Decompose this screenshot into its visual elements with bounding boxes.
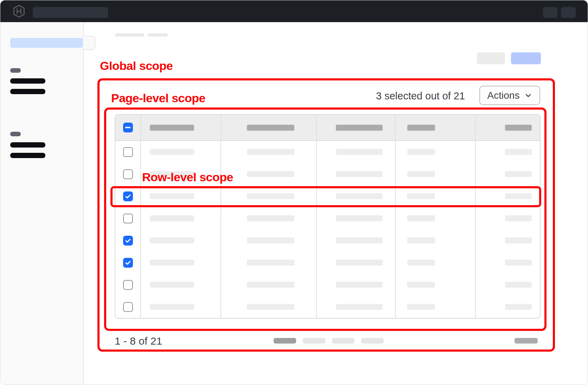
row-cell xyxy=(476,207,540,229)
cell-skeleton xyxy=(407,149,435,155)
pagination-pages xyxy=(274,338,384,344)
secondary-button-skeleton[interactable] xyxy=(477,52,505,64)
row-cell xyxy=(317,274,396,296)
cell-skeleton xyxy=(407,171,435,177)
cell-skeleton xyxy=(505,193,532,199)
row-cell xyxy=(396,163,476,185)
cell-skeleton xyxy=(247,237,294,243)
pagination-page-skeleton[interactable] xyxy=(332,338,354,344)
chevron-down-icon xyxy=(524,92,532,99)
row-cell xyxy=(221,229,317,252)
row-cell xyxy=(141,296,221,318)
row-scope-label: Row-level scope xyxy=(142,170,233,184)
row-cell-select xyxy=(115,163,141,185)
pagination-page-skeleton[interactable] xyxy=(303,338,325,344)
cell-skeleton xyxy=(247,193,294,199)
cell-skeleton xyxy=(247,282,294,288)
global-search-skeleton[interactable] xyxy=(33,7,108,18)
global-scope-label: Global scope xyxy=(100,59,173,72)
row-cell xyxy=(221,252,317,274)
cell-skeleton xyxy=(336,304,383,310)
row-cell xyxy=(396,296,476,318)
row-checkbox[interactable] xyxy=(123,147,133,157)
cell-skeleton xyxy=(407,304,435,310)
header-cell-select xyxy=(115,115,141,140)
table-row[interactable] xyxy=(115,274,540,296)
cell-skeleton xyxy=(150,237,194,243)
row-cell xyxy=(141,252,221,274)
row-checkbox[interactable] xyxy=(123,258,133,268)
table-header-row xyxy=(115,115,540,141)
pagination-page-skeleton[interactable] xyxy=(274,338,296,344)
sidebar-item-skeleton[interactable] xyxy=(10,153,45,158)
pagination-next-skeleton[interactable] xyxy=(514,338,538,344)
table-row[interactable] xyxy=(115,207,540,229)
row-checkbox[interactable] xyxy=(123,280,133,290)
row-cell xyxy=(221,141,317,163)
selection-summary: 3 selected out of 21 xyxy=(376,90,465,102)
sidebar-item-skeleton[interactable] xyxy=(10,78,45,84)
header-cell xyxy=(317,115,396,140)
row-cell xyxy=(221,185,317,207)
row-cell-select xyxy=(115,229,141,252)
row-checkbox[interactable] xyxy=(123,169,133,179)
breadcrumb-skeleton[interactable] xyxy=(148,33,168,37)
row-cell-select xyxy=(115,274,141,296)
sidebar-toggle-notch[interactable] xyxy=(83,36,95,50)
header-cell xyxy=(476,115,540,140)
row-cell xyxy=(317,185,396,207)
data-table xyxy=(115,114,541,319)
topbar-help-skeleton[interactable] xyxy=(543,7,557,18)
cell-skeleton xyxy=(407,260,435,266)
cell-skeleton xyxy=(150,304,194,310)
table-body xyxy=(115,141,540,318)
cell-skeleton xyxy=(336,149,383,155)
row-checkbox[interactable] xyxy=(123,302,133,312)
sidebar-item-skeleton[interactable] xyxy=(10,89,45,94)
row-cell xyxy=(141,207,221,229)
sidebar xyxy=(0,22,84,385)
row-cell xyxy=(317,229,396,252)
primary-button-skeleton[interactable] xyxy=(511,52,541,64)
cell-skeleton xyxy=(505,149,532,155)
table-row[interactable] xyxy=(115,141,540,163)
row-cell xyxy=(396,274,476,296)
row-checkbox[interactable] xyxy=(123,214,133,223)
cell-skeleton xyxy=(336,260,383,266)
row-cell-select xyxy=(115,296,141,318)
row-checkbox[interactable] xyxy=(123,236,133,246)
breadcrumb-skeleton[interactable] xyxy=(115,33,144,37)
table-row[interactable] xyxy=(115,185,540,207)
table-row[interactable] xyxy=(115,252,540,274)
row-cell xyxy=(141,141,221,163)
cell-skeleton xyxy=(505,304,532,310)
row-cell xyxy=(221,163,317,185)
row-cell xyxy=(317,252,396,274)
pagination-range-text: 1 - 8 of 21 xyxy=(115,335,162,347)
row-checkbox[interactable] xyxy=(123,191,133,201)
cell-skeleton xyxy=(407,193,435,199)
sidebar-item-active-skeleton[interactable] xyxy=(10,38,83,48)
page-scope-label: Page-level scope xyxy=(111,91,205,105)
row-cell xyxy=(396,252,476,274)
cell-skeleton xyxy=(247,260,294,266)
table-row[interactable] xyxy=(115,229,540,252)
column-header-skeleton xyxy=(247,125,294,131)
topbar-user-skeleton[interactable] xyxy=(561,7,576,18)
cell-skeleton xyxy=(505,237,532,243)
pagination-page-skeleton[interactable] xyxy=(361,338,384,344)
sidebar-item-skeleton[interactable] xyxy=(10,142,45,148)
cell-skeleton xyxy=(505,282,532,288)
actions-dropdown-button[interactable]: Actions xyxy=(479,86,540,105)
row-cell xyxy=(476,274,540,296)
cell-skeleton xyxy=(150,282,194,288)
row-cell xyxy=(476,296,540,318)
cell-skeleton xyxy=(336,215,383,221)
cell-skeleton xyxy=(505,215,532,221)
row-cell xyxy=(476,163,540,185)
table-row[interactable] xyxy=(115,296,540,318)
row-cell xyxy=(396,207,476,229)
row-cell xyxy=(317,207,396,229)
checkmark-icon xyxy=(124,237,132,244)
select-all-checkbox[interactable] xyxy=(123,123,133,132)
